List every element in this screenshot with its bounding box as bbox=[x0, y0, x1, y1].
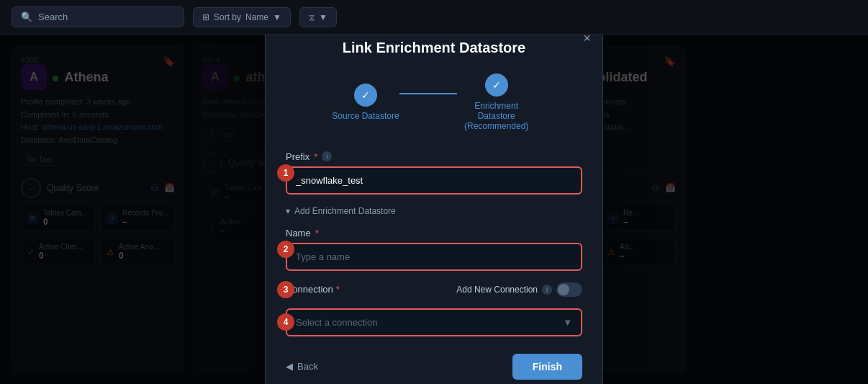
modal: × Link Enrichment Datastore ✓ Source Dat… bbox=[265, 35, 603, 384]
modal-close-button[interactable]: × bbox=[583, 35, 591, 46]
step-1: ✓ Source Datastore bbox=[332, 84, 399, 121]
finish-button[interactable]: Finish bbox=[512, 354, 582, 380]
select-form-group: 4 Select a connection ▼ bbox=[286, 308, 582, 336]
step-badge-3: 3 bbox=[277, 281, 294, 298]
step-2: ✓ Enrichment Datastore(Recommended) bbox=[457, 73, 536, 131]
main-content: #308 A Athena 🔖 Profile completed: 3 wee… bbox=[0, 35, 868, 384]
required-indicator: * bbox=[336, 284, 340, 295]
step-badge-2: 2 bbox=[277, 241, 294, 258]
step-badge-1: 1 bbox=[277, 164, 294, 182]
prefix-form-group: 1 Prefix * i bbox=[286, 151, 582, 195]
filter-chevron-icon: ▼ bbox=[319, 12, 327, 22]
select-placeholder: Select a connection bbox=[296, 317, 377, 328]
sort-chevron-icon: ▼ bbox=[273, 12, 281, 22]
select-chevron-icon: ▼ bbox=[563, 317, 572, 328]
modal-overlay: × Link Enrichment Datastore ✓ Source Dat… bbox=[0, 35, 868, 384]
steps-row: ✓ Source Datastore ✓ Enrichment Datastor… bbox=[286, 73, 582, 131]
back-label: Back bbox=[297, 361, 318, 372]
required-indicator: * bbox=[314, 151, 317, 162]
name-form-group: 2 Name * bbox=[286, 228, 582, 271]
add-enrichment-label: Add Enrichment Datastore bbox=[294, 206, 396, 216]
chevron-down-icon: ▾ bbox=[286, 206, 290, 216]
prefix-label: Prefix * i bbox=[286, 151, 582, 162]
add-new-connection: Add New Connection i bbox=[456, 282, 582, 297]
step-1-circle: ✓ bbox=[354, 84, 377, 107]
sort-button[interactable]: ⊞ Sort by Name ▼ bbox=[193, 7, 291, 27]
prefix-input[interactable] bbox=[286, 166, 582, 195]
required-indicator: * bbox=[315, 228, 319, 238]
modal-title: Link Enrichment Datastore bbox=[286, 40, 582, 56]
search-placeholder: Search bbox=[38, 12, 68, 22]
sort-value: Name bbox=[245, 12, 268, 22]
filter-icon: ⧖ bbox=[309, 12, 315, 22]
info-icon-2[interactable]: i bbox=[542, 285, 552, 295]
sort-icon: ⊞ bbox=[202, 12, 209, 22]
back-arrow-icon: ◀ bbox=[286, 361, 293, 372]
sort-label: Sort by bbox=[214, 12, 241, 22]
add-new-connection-label: Add New Connection bbox=[456, 285, 538, 295]
toggle-switch[interactable] bbox=[556, 282, 582, 297]
step-2-label: Enrichment Datastore(Recommended) bbox=[457, 101, 536, 131]
connection-select[interactable]: Select a connection ▼ bbox=[286, 308, 582, 336]
step-1-label: Source Datastore bbox=[332, 111, 399, 121]
add-enrichment-toggle[interactable]: ▾ Add Enrichment Datastore bbox=[286, 206, 582, 216]
filter-button[interactable]: ⧖ ▼ bbox=[299, 7, 337, 27]
step-2-circle: ✓ bbox=[485, 73, 508, 97]
name-label: Name * bbox=[286, 228, 582, 238]
top-bar: 🔍 Search ⊞ Sort by Name ▼ ⧖ ▼ bbox=[0, 0, 868, 35]
step-badge-4: 4 bbox=[277, 313, 294, 331]
search-box[interactable]: 🔍 Search bbox=[12, 6, 184, 27]
modal-footer: ◀ Back Finish bbox=[286, 354, 582, 380]
step-line bbox=[399, 93, 457, 94]
connection-row: Connection * Add New Connection i bbox=[286, 282, 582, 297]
search-icon: 🔍 bbox=[21, 12, 32, 22]
info-icon[interactable]: i bbox=[322, 151, 332, 161]
name-input[interactable] bbox=[286, 243, 582, 271]
connection-form-group: 3 Connection * Add New Connection i bbox=[286, 282, 582, 297]
back-button[interactable]: ◀ Back bbox=[286, 361, 318, 372]
